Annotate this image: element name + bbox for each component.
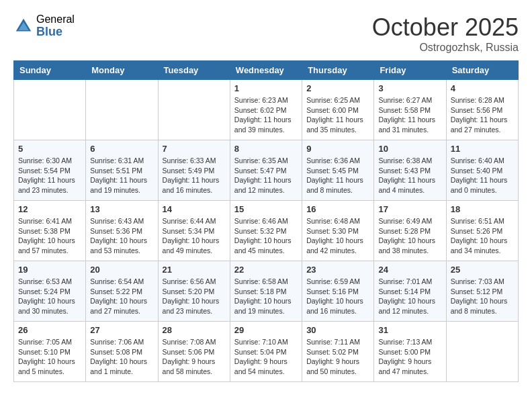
day-number: 5 — [18, 144, 81, 154]
logo: General Blue — [13, 13, 75, 38]
day-info: Sunrise: 6:27 AM Sunset: 5:58 PM Dayligh… — [378, 95, 441, 135]
day-number: 30 — [306, 325, 369, 335]
page-header: General Blue October 2025 Ostrogozhsk, R… — [13, 13, 519, 54]
calendar-cell: 31Sunrise: 7:13 AM Sunset: 5:00 PM Dayli… — [374, 322, 446, 382]
day-number: 3 — [378, 83, 441, 93]
day-info: Sunrise: 7:08 AM Sunset: 5:06 PM Dayligh… — [163, 337, 226, 377]
day-info: Sunrise: 6:41 AM Sunset: 5:38 PM Dayligh… — [18, 216, 81, 256]
calendar-row: 26Sunrise: 7:05 AM Sunset: 5:10 PM Dayli… — [14, 322, 519, 382]
calendar-cell: 20Sunrise: 6:54 AM Sunset: 5:22 PM Dayli… — [86, 261, 158, 322]
day-number: 28 — [163, 325, 226, 335]
day-number: 25 — [451, 265, 514, 275]
calendar-cell: 7Sunrise: 6:33 AM Sunset: 5:49 PM Daylig… — [158, 140, 230, 201]
calendar-cell: 29Sunrise: 7:10 AM Sunset: 5:04 PM Dayli… — [230, 322, 302, 382]
day-info: Sunrise: 6:43 AM Sunset: 5:36 PM Dayligh… — [90, 216, 153, 256]
day-info: Sunrise: 6:44 AM Sunset: 5:34 PM Dayligh… — [163, 216, 226, 256]
day-number: 9 — [306, 144, 369, 154]
day-number: 7 — [163, 144, 226, 154]
day-info: Sunrise: 7:03 AM Sunset: 5:12 PM Dayligh… — [451, 277, 514, 316]
calendar-cell: 6Sunrise: 6:31 AM Sunset: 5:51 PM Daylig… — [86, 140, 158, 201]
calendar-cell: 9Sunrise: 6:36 AM Sunset: 5:45 PM Daylig… — [302, 140, 374, 201]
day-info: Sunrise: 7:13 AM Sunset: 5:00 PM Dayligh… — [378, 337, 441, 377]
day-number: 19 — [18, 265, 81, 275]
day-info: Sunrise: 6:33 AM Sunset: 5:49 PM Dayligh… — [163, 156, 226, 195]
calendar-cell: 24Sunrise: 7:01 AM Sunset: 5:14 PM Dayli… — [374, 261, 446, 322]
title-block: October 2025 Ostrogozhsk, Russia — [372, 13, 519, 54]
calendar-cell: 30Sunrise: 7:11 AM Sunset: 5:02 PM Dayli… — [302, 322, 374, 382]
day-info: Sunrise: 7:10 AM Sunset: 5:04 PM Dayligh… — [234, 337, 298, 377]
day-info: Sunrise: 6:30 AM Sunset: 5:54 PM Dayligh… — [18, 156, 81, 195]
day-info: Sunrise: 6:58 AM Sunset: 5:18 PM Dayligh… — [234, 277, 298, 316]
calendar-cell: 12Sunrise: 6:41 AM Sunset: 5:38 PM Dayli… — [14, 201, 86, 261]
day-info: Sunrise: 6:31 AM Sunset: 5:51 PM Dayligh… — [90, 156, 153, 195]
calendar-cell: 18Sunrise: 6:51 AM Sunset: 5:26 PM Dayli… — [446, 201, 518, 261]
calendar-cell — [158, 80, 230, 140]
day-info: Sunrise: 6:23 AM Sunset: 6:02 PM Dayligh… — [234, 95, 298, 135]
day-info: Sunrise: 6:35 AM Sunset: 5:47 PM Dayligh… — [234, 156, 298, 195]
calendar-cell: 3Sunrise: 6:27 AM Sunset: 5:58 PM Daylig… — [374, 80, 446, 140]
calendar-cell: 5Sunrise: 6:30 AM Sunset: 5:54 PM Daylig… — [14, 140, 86, 201]
day-number: 14 — [163, 204, 226, 214]
day-number: 12 — [18, 204, 81, 214]
weekday-header: Friday — [374, 61, 446, 80]
calendar-cell: 10Sunrise: 6:38 AM Sunset: 5:43 PM Dayli… — [374, 140, 446, 201]
calendar-cell: 4Sunrise: 6:28 AM Sunset: 5:56 PM Daylig… — [446, 80, 518, 140]
day-number: 31 — [378, 325, 441, 335]
day-number: 20 — [90, 265, 153, 275]
calendar-cell — [446, 322, 518, 382]
day-info: Sunrise: 6:56 AM Sunset: 5:20 PM Dayligh… — [163, 277, 226, 316]
calendar-row: 5Sunrise: 6:30 AM Sunset: 5:54 PM Daylig… — [14, 140, 519, 201]
day-number: 10 — [378, 144, 441, 154]
day-number: 1 — [234, 83, 298, 93]
day-info: Sunrise: 6:28 AM Sunset: 5:56 PM Dayligh… — [451, 95, 514, 135]
logo-general: General — [36, 13, 75, 26]
calendar-cell: 19Sunrise: 6:53 AM Sunset: 5:24 PM Dayli… — [14, 261, 86, 322]
weekday-header-row: SundayMondayTuesdayWednesdayThursdayFrid… — [14, 61, 519, 80]
calendar-cell: 25Sunrise: 7:03 AM Sunset: 5:12 PM Dayli… — [446, 261, 518, 322]
day-info: Sunrise: 6:53 AM Sunset: 5:24 PM Dayligh… — [18, 277, 81, 316]
day-info: Sunrise: 6:38 AM Sunset: 5:43 PM Dayligh… — [378, 156, 441, 195]
logo-blue: Blue — [36, 26, 75, 39]
day-number: 4 — [451, 83, 514, 93]
day-number: 26 — [18, 325, 81, 335]
day-number: 2 — [306, 83, 369, 93]
calendar-cell: 15Sunrise: 6:46 AM Sunset: 5:32 PM Dayli… — [230, 201, 302, 261]
day-number: 29 — [234, 325, 298, 335]
calendar-table: SundayMondayTuesdayWednesdayThursdayFrid… — [13, 60, 519, 382]
calendar-cell: 21Sunrise: 6:56 AM Sunset: 5:20 PM Dayli… — [158, 261, 230, 322]
calendar-cell: 23Sunrise: 6:59 AM Sunset: 5:16 PM Dayli… — [302, 261, 374, 322]
day-number: 8 — [234, 144, 298, 154]
calendar-cell: 16Sunrise: 6:48 AM Sunset: 5:30 PM Dayli… — [302, 201, 374, 261]
day-info: Sunrise: 6:59 AM Sunset: 5:16 PM Dayligh… — [306, 277, 369, 316]
calendar-cell: 17Sunrise: 6:49 AM Sunset: 5:28 PM Dayli… — [374, 201, 446, 261]
weekday-header: Tuesday — [158, 61, 230, 80]
calendar-cell: 26Sunrise: 7:05 AM Sunset: 5:10 PM Dayli… — [14, 322, 86, 382]
calendar-cell: 1Sunrise: 6:23 AM Sunset: 6:02 PM Daylig… — [230, 80, 302, 140]
day-info: Sunrise: 6:54 AM Sunset: 5:22 PM Dayligh… — [90, 277, 153, 316]
calendar-cell: 2Sunrise: 6:25 AM Sunset: 6:00 PM Daylig… — [302, 80, 374, 140]
day-info: Sunrise: 7:06 AM Sunset: 5:08 PM Dayligh… — [90, 337, 153, 377]
calendar-cell: 13Sunrise: 6:43 AM Sunset: 5:36 PM Dayli… — [86, 201, 158, 261]
calendar-cell: 28Sunrise: 7:08 AM Sunset: 5:06 PM Dayli… — [158, 322, 230, 382]
logo-text: General Blue — [36, 13, 75, 38]
day-info: Sunrise: 6:49 AM Sunset: 5:28 PM Dayligh… — [378, 216, 441, 256]
day-number: 18 — [451, 204, 514, 214]
day-info: Sunrise: 6:48 AM Sunset: 5:30 PM Dayligh… — [306, 216, 369, 256]
logo-icon — [13, 16, 34, 36]
calendar-cell: 27Sunrise: 7:06 AM Sunset: 5:08 PM Dayli… — [86, 322, 158, 382]
day-number: 27 — [90, 325, 153, 335]
calendar-cell — [86, 80, 158, 140]
calendar-row: 19Sunrise: 6:53 AM Sunset: 5:24 PM Dayli… — [14, 261, 519, 322]
weekday-header: Thursday — [302, 61, 374, 80]
day-number: 21 — [163, 265, 226, 275]
day-number: 11 — [451, 144, 514, 154]
day-number: 16 — [306, 204, 369, 214]
day-info: Sunrise: 6:51 AM Sunset: 5:26 PM Dayligh… — [451, 216, 514, 256]
calendar-cell — [14, 80, 86, 140]
day-info: Sunrise: 7:01 AM Sunset: 5:14 PM Dayligh… — [378, 277, 441, 316]
calendar-cell: 14Sunrise: 6:44 AM Sunset: 5:34 PM Dayli… — [158, 201, 230, 261]
day-info: Sunrise: 6:25 AM Sunset: 6:00 PM Dayligh… — [306, 95, 369, 135]
day-number: 6 — [90, 144, 153, 154]
calendar-cell: 11Sunrise: 6:40 AM Sunset: 5:40 PM Dayli… — [446, 140, 518, 201]
day-number: 23 — [306, 265, 369, 275]
